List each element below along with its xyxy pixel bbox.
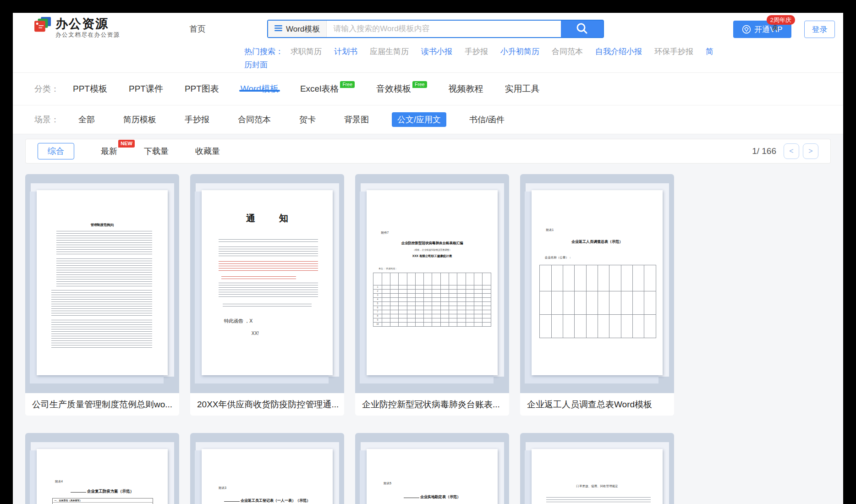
sort-option[interactable]: 下载量 xyxy=(144,146,169,157)
template-title: 企业返工人员调查总表Word模板 xyxy=(520,393,674,416)
nav-home[interactable]: 首页 xyxy=(189,23,206,34)
category-row: 分类： PPT模板PPT课件PPT图表Word模板Excel表格Free音效模板… xyxy=(13,73,843,105)
template-card[interactable]: 附表3企业返工员工登记表（一人一表）（示范） xyxy=(190,433,344,504)
next-page-button[interactable]: > xyxy=(803,143,818,159)
site-logo[interactable]: 办公资源 办公文档尽在办公资源 xyxy=(34,17,120,39)
template-preview: 附表4企业复工防疫方案（示范）一、主体责任（具体填写）二、员工摸排（附表）三、员… xyxy=(25,433,179,504)
vip-button[interactable]: 开通VIP 2周年庆 典 xyxy=(733,21,791,38)
sort-option[interactable]: 收藏量 xyxy=(195,146,220,157)
site-tagline: 办公文档尽在办公资源 xyxy=(55,31,120,39)
template-preview: 附表1企业返工人员调查总表（示范）企业名称（公章）： xyxy=(520,174,674,393)
scene-filter[interactable]: 手抄报 xyxy=(179,112,215,127)
prev-page-button[interactable]: < xyxy=(784,143,799,159)
hot-search-item[interactable]: 自我介绍小报 xyxy=(595,47,642,56)
sort-option-label: 最新 xyxy=(101,147,117,156)
sort-option[interactable]: 最新NEW xyxy=(101,146,117,157)
hot-search-item[interactable]: 应届生简历 xyxy=(370,47,409,56)
hot-search-label: 热门搜索： xyxy=(244,47,283,56)
hot-search-item[interactable]: 小升初简历 xyxy=(500,47,539,56)
category-tab[interactable]: PPT课件 xyxy=(129,83,163,95)
scene-filter[interactable]: 简历模板 xyxy=(118,112,162,127)
template-card[interactable]: 管理制度范例(8)公司生产质量管理制度范例总则wo... xyxy=(25,174,179,416)
category-label: 分类： xyxy=(34,83,59,94)
site-logo-icon xyxy=(34,17,52,35)
template-title: 20XX年供应商收货防疫防控管理通... xyxy=(190,393,344,416)
sort-option-label: 下载量 xyxy=(144,147,169,156)
category-tab-label: 音效模板 xyxy=(376,83,411,95)
category-tab-label: Excel表格 xyxy=(300,83,339,95)
hot-search-item[interactable]: 计划书 xyxy=(334,47,357,56)
anniversary-badge-tail: 典 xyxy=(772,24,779,33)
hot-search-row: 热门搜索：求职简历计划书应届生简历读书小报手抄报小升初简历合同范本自我介绍小报环… xyxy=(244,44,721,72)
vip-diamond-icon xyxy=(742,25,751,34)
template-card[interactable]: 附件7企业防控新型冠状病毒肺炎台账表格汇编（模板，企业根据实际情况完善调整）XX… xyxy=(355,174,509,416)
category-tab[interactable]: 视频教程 xyxy=(449,83,483,95)
preview-document-page: 附表4企业复工防疫方案（示范）一、主体责任（具体填写）二、员工摸排（附表）三、员… xyxy=(37,449,168,504)
template-preview: 管理制度范例(8) xyxy=(25,174,179,393)
category-tab[interactable]: Excel表格Free xyxy=(300,83,355,95)
preview-document-page: 通 知特此函告 ，XXX! xyxy=(202,190,333,375)
category-tab-label: 实用工具 xyxy=(505,83,540,95)
hot-search-item[interactable]: 读书小报 xyxy=(421,47,452,56)
pagination: 1/ 166 < > xyxy=(752,143,818,159)
scene-filter[interactable]: 公文/应用文 xyxy=(392,112,446,127)
preview-document-page: 管理制度范例(8) xyxy=(37,190,168,375)
search-button[interactable] xyxy=(561,21,603,37)
sort-bar: 综合最新NEW下载量收藏量 1/ 166 < > xyxy=(25,139,831,164)
scene-filter[interactable]: 贺卡 xyxy=(294,112,321,127)
hot-search-item[interactable]: 合同范本 xyxy=(552,47,583,56)
new-badge: NEW xyxy=(118,140,135,148)
hot-search-item[interactable]: 环保手抄报 xyxy=(654,47,693,56)
template-grid: 管理制度范例(8)公司生产质量管理制度范例总则wo...通 知特此函告 ，XXX… xyxy=(13,164,843,504)
scene-label: 场景： xyxy=(34,114,59,125)
search-input[interactable] xyxy=(327,21,561,37)
template-preview: 附表3企业返工员工登记表（一人一表）（示范） xyxy=(190,433,344,504)
category-tab[interactable]: 实用工具 xyxy=(505,83,540,95)
template-card[interactable]: 附表1企业返工人员调查总表（示范）企业名称（公章）：企业返工人员调查总表Word… xyxy=(520,174,674,416)
login-button[interactable]: 登录 xyxy=(804,21,835,38)
category-tab-label: PPT图表 xyxy=(185,83,219,95)
scene-filter[interactable]: 合同范本 xyxy=(232,112,276,127)
header: 办公资源 办公文档尽在办公资源 首页 xyxy=(13,13,843,72)
search-bar: Word模板 xyxy=(267,20,604,38)
hot-search-item[interactable]: 求职简历 xyxy=(291,47,322,56)
free-badge: Free xyxy=(340,81,355,88)
category-tab[interactable]: Word模板 xyxy=(241,83,279,95)
scene-filter[interactable]: 背景图 xyxy=(339,112,374,127)
free-badge: Free xyxy=(412,81,427,88)
site-name: 办公资源 xyxy=(55,17,120,31)
template-preview: 通 知特此函告 ，XXX! xyxy=(190,174,344,393)
template-card[interactable]: 口罩发放、使用、回收管理规定 xyxy=(520,433,674,504)
preview-document-page: 附表5企业实地勘定表（示范）乡镇（街道）：（公章）日期： 年 月日 xyxy=(367,449,498,504)
template-preview: 附表5企业实地勘定表（示范）乡镇（街道）：（公章）日期： 年 月日 xyxy=(355,433,509,504)
hot-search-item[interactable]: 手抄报 xyxy=(465,47,488,56)
template-preview: 附件7企业防控新型冠状病毒肺炎台账表格汇编（模板，企业根据实际情况完善调整）XX… xyxy=(355,174,509,393)
sort-option[interactable]: 综合 xyxy=(38,143,74,159)
preview-document-page: 口罩发放、使用、回收管理规定 xyxy=(532,449,663,504)
sort-option-label: 综合 xyxy=(48,147,64,156)
template-card[interactable]: 附表5企业实地勘定表（示范）乡镇（街道）：（公章）日期： 年 月日 xyxy=(355,433,509,504)
template-preview: 口罩发放、使用、回收管理规定 xyxy=(520,433,674,504)
scene-filter[interactable]: 书信/函件 xyxy=(464,112,510,127)
category-tab[interactable]: PPT模板 xyxy=(73,83,107,95)
category-tab-label: PPT模板 xyxy=(73,83,107,95)
category-tab[interactable]: PPT图表 xyxy=(185,83,219,95)
sort-option-label: 收藏量 xyxy=(195,147,220,156)
filter-panel: 分类： PPT模板PPT课件PPT图表Word模板Excel表格Free音效模板… xyxy=(13,72,843,134)
template-card[interactable]: 通 知特此函告 ，XXX!20XX年供应商收货防疫防控管理通... xyxy=(190,174,344,416)
template-title: 公司生产质量管理制度范例总则wo... xyxy=(25,393,179,416)
scene-filter[interactable]: 全部 xyxy=(73,112,100,127)
preview-document-page: 附表1企业返工人员调查总表（示范）企业名称（公章）： xyxy=(532,190,663,375)
category-tab-label: 视频教程 xyxy=(449,83,483,95)
menu-icon xyxy=(274,24,282,33)
search-category-dropdown[interactable]: Word模板 xyxy=(268,21,327,37)
category-tab[interactable]: 音效模板Free xyxy=(376,83,427,95)
category-tab-label: PPT课件 xyxy=(129,83,163,95)
search-icon xyxy=(575,22,589,37)
anniversary-badge: 2周年庆 xyxy=(767,15,795,25)
scene-row: 场景： 全部简历模板手抄报合同范本贺卡背景图公文/应用文书信/函件 xyxy=(13,105,843,134)
preview-document-page: 附表3企业返工员工登记表（一人一表）（示范） xyxy=(202,449,333,504)
browser-viewport: 办公资源 办公文档尽在办公资源 首页 xyxy=(0,0,856,504)
webpage: 办公资源 办公文档尽在办公资源 首页 xyxy=(13,13,843,504)
template-card[interactable]: 附表4企业复工防疫方案（示范）一、主体责任（具体填写）二、员工摸排（附表）三、员… xyxy=(25,433,179,504)
